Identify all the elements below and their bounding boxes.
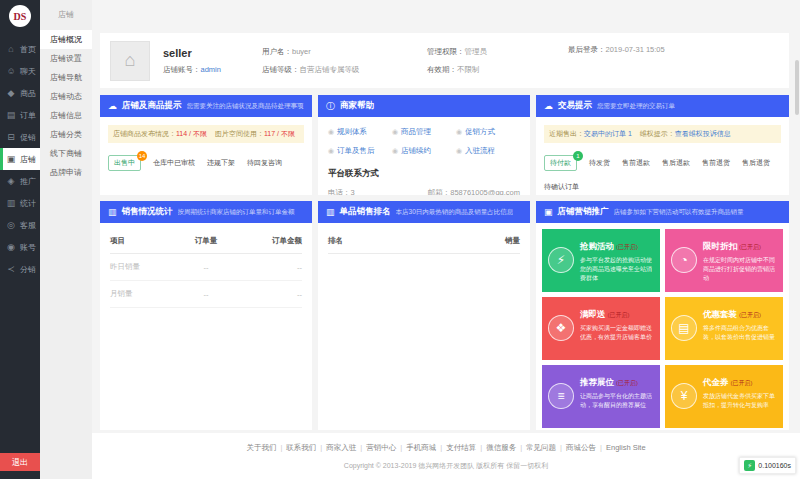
goods-notice-card: ☁ 店铺及商品提示 您需要关注的店铺状况及商品待处理事项 店铺商品发布情况：11… xyxy=(100,95,312,195)
tile-desc: 让商品参与平台化的主题活动，享有醒目的推荐展位 xyxy=(580,392,655,410)
help-link-6[interactable]: ◉入驻流程 xyxy=(456,146,520,156)
sidebar-item-2[interactable]: ☺聊天 xyxy=(0,60,40,82)
sidebar-item-7[interactable]: ◈推广 xyxy=(0,170,40,192)
sidebar-item-9[interactable]: ◎客服 xyxy=(0,214,40,236)
table-cell: -- xyxy=(232,281,302,308)
trade-link-6[interactable]: 售后退货 xyxy=(742,158,770,168)
trade-link-5[interactable]: 售前退货 xyxy=(702,158,730,168)
submenu-item-2[interactable]: 店铺设置 xyxy=(40,49,92,68)
logout-button[interactable]: 退出 xyxy=(0,453,40,471)
combo-icon: ▤ xyxy=(671,315,697,341)
footer-link-5[interactable]: 手机商城 xyxy=(406,443,436,452)
footer-separator: | xyxy=(280,443,282,452)
footer-link-9[interactable]: 商城公告 xyxy=(566,443,596,452)
goods-pill-1[interactable]: 出售中14 xyxy=(108,155,141,171)
seller-account-link[interactable]: admin xyxy=(201,65,221,74)
goods-notice-title: 店铺及商品提示 xyxy=(122,100,182,112)
sidebar-item-10[interactable]: ◉账号 xyxy=(0,236,40,258)
help-link-4[interactable]: ◉订单及售后 xyxy=(328,146,392,156)
submenu-item-7[interactable]: 线下商铺 xyxy=(40,144,92,163)
cloud-icon: ☁ xyxy=(108,101,117,111)
help-link-label: 商品管理 xyxy=(401,127,431,137)
help-link-3[interactable]: ◉促销方式 xyxy=(456,127,520,137)
store-block: seller 店铺账号：admin xyxy=(163,47,249,75)
submenu-item-4[interactable]: 店铺动态 xyxy=(40,87,92,106)
trade-notice-title: 交易提示 xyxy=(558,100,592,112)
permission-label: 管理权限： xyxy=(427,47,465,56)
bullet-icon: ◉ xyxy=(456,128,462,136)
trade-link-7[interactable]: 待确认订单 xyxy=(544,182,579,192)
sidebar-item-label: 分销 xyxy=(20,264,36,275)
marketing-tile-4[interactable]: ▤优惠套装(已开启)将多件商品组合为优惠套装，以套装价出售促进销量 xyxy=(665,297,783,360)
goods-link-4[interactable]: 待回复咨询 xyxy=(247,158,282,168)
sidebar-item-11[interactable]: ≺分销 xyxy=(0,258,40,280)
footer-separator: | xyxy=(320,443,322,452)
trade-link-3[interactable]: 售前退款 xyxy=(622,158,650,168)
rights-tip-label: 维权提示： xyxy=(640,130,675,137)
footer-link-1[interactable]: 关于我们 xyxy=(246,443,276,452)
tile-head: 推荐展位(已开启) xyxy=(580,371,655,389)
tile-status: (已开启) xyxy=(739,244,761,250)
submenu-item-5[interactable]: 店铺信息 xyxy=(40,106,92,125)
footer-link-6[interactable]: 支付结算 xyxy=(446,443,476,452)
table-header: 项目 xyxy=(110,229,180,254)
submenu-item-6[interactable]: 店铺分类 xyxy=(40,125,92,144)
email-link[interactable]: 858761005@qq.com xyxy=(450,188,520,195)
sidebar-item-5[interactable]: ⊟促销 xyxy=(0,126,40,148)
footer-separator: | xyxy=(360,443,362,452)
sidebar-item-label: 推广 xyxy=(20,176,36,187)
footer-link-7[interactable]: 微信服务 xyxy=(486,443,516,452)
footer-link-10[interactable]: English Site xyxy=(606,443,646,452)
submenu-title: 店铺 xyxy=(40,0,92,30)
trade-pill-1[interactable]: 待付款1 xyxy=(544,155,577,171)
submenu-item-3[interactable]: 店铺导航 xyxy=(40,68,92,87)
footer-separator: | xyxy=(480,443,482,452)
image-space-value: 117 / 不限 xyxy=(264,130,295,137)
username-value: buyer xyxy=(292,47,311,56)
submenu-item-1[interactable]: 店铺概况 xyxy=(40,30,92,49)
sidebar-item-4[interactable]: ▤订单 xyxy=(0,104,40,126)
help-link-1[interactable]: ◉规则体系 xyxy=(328,127,392,137)
marketing-tile-3[interactable]: ❖满即送(已开启)买家购买满一定金额即赠送优惠，有效提升店铺客单价 xyxy=(542,297,660,360)
sidebar-item-3[interactable]: ◆商品 xyxy=(0,82,40,104)
marketing-title: 店铺营销推广 xyxy=(558,206,609,218)
tile-status: (已开启) xyxy=(608,312,630,318)
submenu-item-8[interactable]: 品牌申请 xyxy=(40,163,92,182)
sidebar-item-1[interactable]: ⌂首页 xyxy=(0,38,40,60)
marketing-tile-5[interactable]: ≡推荐展位(已开启)让商品参与平台化的主题活动，享有醒目的推荐展位 xyxy=(542,365,660,428)
footer-link-3[interactable]: 商家入驻 xyxy=(326,443,356,452)
trade-link-4[interactable]: 售后退款 xyxy=(662,158,690,168)
goods-link-2[interactable]: 仓库中已审核 xyxy=(153,158,195,168)
seller-account-row: 店铺账号：admin xyxy=(163,65,249,75)
last-login-label: 最后登录： xyxy=(568,45,606,54)
table-header: 订单量 xyxy=(180,229,232,254)
footer-link-8[interactable]: 常见问题 xyxy=(526,443,556,452)
help-link-5[interactable]: ◉店铺续约 xyxy=(392,146,456,156)
tile-title: 代金券 xyxy=(703,377,729,387)
sales-stats-title: 销售情况统计 xyxy=(122,206,173,218)
help-link-2[interactable]: ◉商品管理 xyxy=(392,127,456,137)
marketing-tile-6[interactable]: ¥代金券(已开启)发放店铺代金券供买家下单抵扣，提升转化与复购率 xyxy=(665,365,783,428)
trading-orders-link[interactable]: 交易中的订单 1 xyxy=(584,130,632,137)
marketing-tile-1[interactable]: ⚡抢购活动(已开启)参与平台发起的抢购活动使您的商品迅速曝光至全站消费群体 xyxy=(542,229,660,292)
cloud-icon: ☁ xyxy=(544,101,553,111)
goods-link-3[interactable]: 违规下架 xyxy=(207,158,235,168)
scrollbar[interactable] xyxy=(795,60,799,115)
tile-body: 代金券(已开启)发放店铺代金券供买家下单抵扣，提升转化与复购率 xyxy=(703,371,778,428)
promotion-icon: ⊟ xyxy=(6,132,16,142)
sidebar-item-label: 客服 xyxy=(20,220,36,231)
footer-link-4[interactable]: 营销中心 xyxy=(366,443,396,452)
marketing-tile-2[interactable]: ◔限时折扣(已开启)在规定时间内对店铺中不同商品进行打折促销的营销活动 xyxy=(665,229,783,292)
trade-link-2[interactable]: 待发货 xyxy=(589,158,610,168)
goods-publish-value: 114 / 不限 xyxy=(176,130,207,137)
footer-link-2[interactable]: 联系我们 xyxy=(286,443,316,452)
sidebar-item-6[interactable]: ▣店铺 xyxy=(0,148,40,170)
sidebar-item-label: 商品 xyxy=(20,88,36,99)
rights-detail-link[interactable]: 查看维权投诉信息 xyxy=(675,130,731,137)
phone-label: 电话： xyxy=(328,188,351,195)
header-col-user: 用户名：buyer 店铺等级：自营店铺专属等级 xyxy=(262,47,414,75)
goods-icon: ◆ xyxy=(6,88,16,98)
logo-wrap[interactable]: DS xyxy=(0,0,40,32)
tile-desc: 将多件商品组合为优惠套装，以套装价出售促进销量 xyxy=(703,324,778,342)
sidebar-item-8[interactable]: ▥统计 xyxy=(0,192,40,214)
